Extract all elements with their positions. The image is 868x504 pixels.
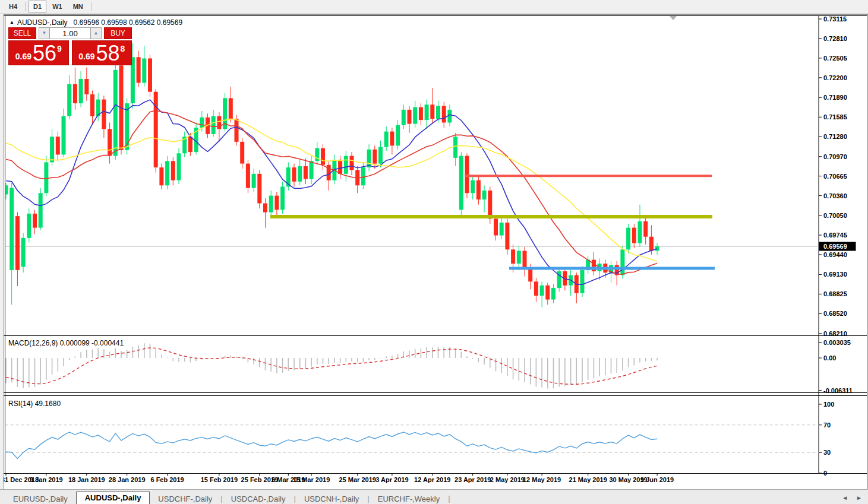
svg-text:15 Mar 2019: 15 Mar 2019 [293,476,330,483]
svg-text:100: 100 [823,401,834,408]
tab-separator: | [448,494,450,503]
svg-text:0.71280: 0.71280 [823,133,847,140]
svg-text:-0.006311: -0.006311 [823,387,853,394]
svg-text:0.72200: 0.72200 [823,74,847,81]
svg-text:0.003035: 0.003035 [823,339,851,346]
date-axis[interactable]: 31 Dec 20189 Jan 201918 Jan 201928 Jan 2… [4,474,674,484]
svg-text:0.70970: 0.70970 [823,153,847,160]
tab-usdcnh[interactable]: USDCNH-,Daily [296,493,367,504]
svg-text:0.69130: 0.69130 [823,271,847,278]
rsi-levels [5,425,819,452]
svg-text:9 Jan 2019: 9 Jan 2019 [30,476,63,483]
svg-text:28 Jan 2019: 28 Jan 2019 [109,476,146,483]
price-axis[interactable]: 0.731150.728100.725050.722000.718900.715… [819,15,847,337]
symbol-tab-bar: EURUSD-,DailyAUDUSD-,DailyUSDCHF-,Daily|… [0,489,868,504]
toolbar-separator [25,2,26,11]
tab-eurchf[interactable]: EURCHF-,Weekly [370,493,449,504]
svg-text:30: 30 [823,449,831,456]
lot-increase-button[interactable]: ▲ [90,27,102,39]
svg-text:18 Jan 2019: 18 Jan 2019 [68,476,105,483]
macd-axis[interactable]: 0.0030350.00-0.006311 [819,339,853,394]
svg-text:12 Apr 2019: 12 Apr 2019 [414,476,450,483]
svg-text:0.68825: 0.68825 [823,290,847,297]
svg-text:0.69745: 0.69745 [823,232,847,239]
svg-text:25 Mar 2019: 25 Mar 2019 [339,476,376,483]
svg-text:0.73115: 0.73115 [823,15,847,23]
svg-text:0.68210: 0.68210 [823,330,847,337]
svg-text:0.71585: 0.71585 [823,113,847,121]
sell-price-panel[interactable]: 0.69 56 9 [8,40,69,65]
rsi-line [6,432,657,459]
svg-text:9 Jun 2019: 9 Jun 2019 [640,476,674,483]
rsi-indicator-label: RSI(14) 49.1680 [8,400,61,408]
chart-shift-marker-icon[interactable] [670,16,677,20]
macd-histogram [6,343,657,388]
sell-price-main: 56 [33,44,56,63]
sell-price-pip: 9 [57,44,62,53]
toolbar-separator [91,2,91,11]
svg-text:0.68520: 0.68520 [823,310,847,317]
buy-price-panel[interactable]: 0.69 58 8 [72,40,132,65]
symbol-marker-icon: ▲ [10,20,14,25]
svg-text:12 May 2019: 12 May 2019 [523,476,561,483]
svg-text:6 Feb 2019: 6 Feb 2019 [150,476,184,483]
svg-text:70: 70 [823,421,831,429]
trading-terminal: H4D1W1MN 0.731150.728100.725050.722000.7… [0,0,868,504]
sell-button[interactable]: SELL [8,27,36,39]
current-price-tag: 0.69569 [819,242,856,251]
svg-text:0.70665: 0.70665 [823,173,847,180]
svg-text:15 Feb 2019: 15 Feb 2019 [201,476,238,483]
svg-text:0: 0 [823,470,827,477]
tab-usdchf[interactable]: USDCHF-,Daily [150,493,220,504]
sell-price-prefix: 0.69 [15,52,31,61]
chart-title: ▲AUDUSD-,Daily0.69596 0.69598 0.69562 0.… [10,18,182,27]
chart-canvas[interactable]: 0.731150.728100.725050.722000.718900.715… [4,14,867,489]
svg-text:3 Apr 2019: 3 Apr 2019 [375,476,408,483]
svg-text:0.69569: 0.69569 [823,243,847,250]
lot-size-input[interactable] [50,27,90,39]
svg-text:21 May 2019: 21 May 2019 [569,476,607,483]
ma-line-30 [6,119,657,261]
buy-price-main: 58 [96,44,119,63]
svg-text:23 Apr 2019: 23 Apr 2019 [454,476,491,483]
svg-text:2 May 2019: 2 May 2019 [490,476,525,483]
svg-text:0.70360: 0.70360 [823,192,847,199]
chart-ohlc-readout: 0.69596 0.69598 0.69562 0.69569 [74,18,183,27]
timeframe-button-h4[interactable]: H4 [4,1,22,12]
tab-scroll-left-icon[interactable]: ◄ [842,495,848,501]
svg-text:0.69440: 0.69440 [823,251,847,258]
chart-symbol-period: AUDUSD-,Daily [17,18,68,27]
svg-text:0.72505: 0.72505 [823,55,847,62]
timeframe-toolbar: H4D1W1MN [0,0,868,14]
timeframe-button-w1[interactable]: W1 [48,1,67,12]
svg-text:0.72810: 0.72810 [823,35,847,42]
timeframe-button-mn[interactable]: MN [68,1,88,12]
one-click-trade-widget: SELL ▼ ▲ BUY 0.69 56 9 0.69 58 8 [8,27,132,65]
timeframe-button-d1[interactable]: D1 [29,1,46,12]
svg-text:0.70050: 0.70050 [823,212,847,219]
tab-audusd[interactable]: AUDUSD-,Daily [76,492,150,504]
macd-indicator-label: MACD(12,26,9) 0.000099 -0.000441 [8,339,124,347]
rsi-axis[interactable]: 10070300 [819,401,834,477]
buy-price-prefix: 0.69 [78,52,94,61]
tab-eurusd[interactable]: EURUSD-,Daily [5,493,76,504]
tab-usdcad[interactable]: USDCAD-,Daily [223,493,294,504]
lot-decrease-button[interactable]: ▼ [39,27,50,39]
svg-text:0.71890: 0.71890 [823,94,847,101]
tab-scroll-right-icon[interactable]: ► [856,495,862,501]
svg-text:0.00: 0.00 [823,354,836,362]
buy-button[interactable]: BUY [104,27,132,39]
buy-price-pip: 8 [121,44,125,53]
